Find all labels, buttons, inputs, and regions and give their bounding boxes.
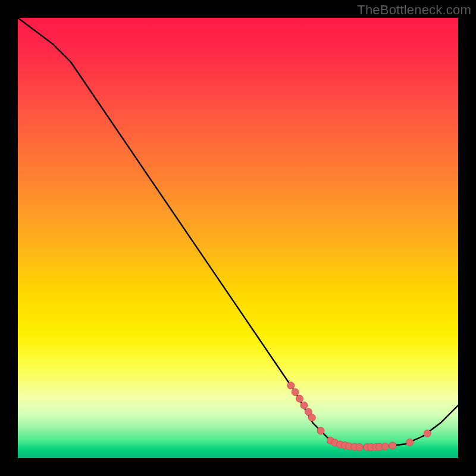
- curve-marker: [317, 427, 324, 434]
- curve-markers: [287, 382, 431, 451]
- curve-marker: [296, 395, 303, 402]
- bottleneck-curve: [18, 18, 458, 447]
- curve-marker: [406, 439, 414, 446]
- curve-marker: [424, 430, 431, 437]
- curve-marker: [287, 382, 295, 389]
- curve-marker: [292, 389, 299, 396]
- curve-layer: [18, 18, 458, 458]
- curve-marker: [356, 444, 363, 451]
- plot-area: [18, 18, 458, 458]
- watermark-text: TheBottleneck.com: [357, 2, 471, 18]
- curve-marker: [389, 442, 396, 449]
- curve-marker: [381, 443, 389, 450]
- curve-marker: [308, 414, 315, 421]
- chart-frame: TheBottleneck.com: [0, 0, 476, 476]
- curve-marker: [300, 402, 308, 409]
